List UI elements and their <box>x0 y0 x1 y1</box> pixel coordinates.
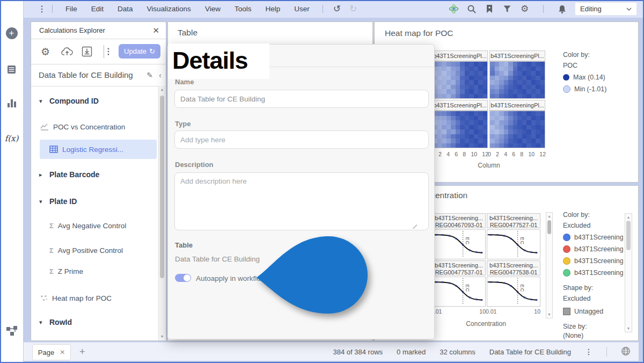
heatmap-cell[interactable] <box>513 67 518 71</box>
heatmap-cell[interactable] <box>508 94 513 99</box>
heatmap-cell[interactable] <box>536 76 540 81</box>
collapse-arrow-icon[interactable]: ▾ <box>39 319 45 326</box>
heatmap-cell[interactable] <box>456 76 460 81</box>
heatmap-cell[interactable] <box>536 120 540 125</box>
heatmap-cell[interactable] <box>469 62 474 67</box>
heatmap-cell[interactable] <box>522 80 527 85</box>
heatmap-cell[interactable] <box>474 62 479 67</box>
heatmap-cell[interactable] <box>478 67 483 71</box>
heatmap-cell[interactable] <box>442 120 447 125</box>
heatmap-cell[interactable] <box>460 134 465 139</box>
curve-plot[interactable]: EC <box>432 277 486 307</box>
heatmap-cell[interactable] <box>465 116 470 121</box>
heatmap-cell[interactable] <box>536 85 540 90</box>
scrollbar-thumb[interactable] <box>547 220 551 234</box>
heatmap-cell[interactable] <box>517 67 522 71</box>
heatmap-cell[interactable] <box>513 139 518 143</box>
heatmap-grid[interactable] <box>432 111 488 148</box>
heatmap-cell[interactable] <box>513 111 518 116</box>
heatmap-cell[interactable] <box>469 80 474 85</box>
heatmap-cell[interactable] <box>469 120 474 125</box>
heatmap-cell[interactable] <box>483 139 488 143</box>
heatmap-cell[interactable] <box>451 125 456 130</box>
heatmap-cell[interactable] <box>478 62 483 67</box>
heatmap-cell[interactable] <box>478 120 483 125</box>
heatmap-cell[interactable] <box>490 62 495 67</box>
heatmap-cell[interactable] <box>504 71 509 76</box>
heatmap-cell[interactable] <box>447 143 451 148</box>
heatmap-cell[interactable] <box>540 129 545 134</box>
heatmap-cell[interactable] <box>442 111 447 116</box>
heatmap-cell[interactable] <box>465 80 470 85</box>
heatmap-cell[interactable] <box>499 125 504 130</box>
heatmap-cell[interactable] <box>540 143 545 148</box>
heatmap-cell[interactable] <box>540 116 545 121</box>
heatmap-cell[interactable] <box>478 71 483 76</box>
add-page-icon[interactable]: + <box>79 343 85 361</box>
heatmap-cell[interactable] <box>508 116 513 121</box>
heatmap-cell[interactable] <box>451 139 456 143</box>
heatmap-cell[interactable] <box>526 143 531 148</box>
heatmap-cell[interactable] <box>508 111 513 116</box>
heatmap-cell[interactable] <box>460 76 465 81</box>
heatmap-cell[interactable] <box>540 85 545 90</box>
curves-legend-entry[interactable]: b43T1ScreeningPla <box>563 234 623 241</box>
visualizations-icon[interactable] <box>0 98 23 108</box>
curves-shape-entry[interactable]: Untagged <box>563 308 603 315</box>
heatmap-cell[interactable] <box>495 129 500 134</box>
heatmap-cell[interactable] <box>451 80 456 85</box>
heatmap-cell[interactable] <box>536 80 540 85</box>
heatmap-cell[interactable] <box>465 134 470 139</box>
heatmap-cell[interactable] <box>531 116 536 121</box>
heatmap-cell[interactable] <box>513 143 518 148</box>
name-input[interactable] <box>174 90 429 108</box>
heatmap-cell[interactable] <box>451 71 456 76</box>
heatmap-cell[interactable] <box>490 125 495 130</box>
page-tab[interactable]: Page ✕ <box>32 344 71 360</box>
heatmap-cell[interactable] <box>499 116 504 121</box>
heatmap-cell[interactable] <box>437 62 442 67</box>
heatmap-cell[interactable] <box>531 80 536 85</box>
heatmap-cell[interactable] <box>499 89 504 94</box>
heatmap-cell[interactable] <box>478 80 483 85</box>
heatmap-cell[interactable] <box>495 67 500 71</box>
heatmap-cell[interactable] <box>517 134 522 139</box>
heatmap-cell[interactable] <box>483 134 488 139</box>
heatmap-cell[interactable] <box>483 125 488 130</box>
heatmap-cell[interactable] <box>522 76 527 81</box>
heatmap-cell[interactable] <box>451 116 456 121</box>
heatmap-cell[interactable] <box>517 139 522 143</box>
heatmap-cell[interactable] <box>508 89 513 94</box>
heatmap-cell[interactable] <box>522 94 527 99</box>
heatmap-cell[interactable] <box>474 111 479 116</box>
heatmap-cell[interactable] <box>504 62 509 67</box>
heatmap-cell[interactable] <box>460 89 465 94</box>
heatmap-cell[interactable] <box>531 62 536 67</box>
heatmap-cell[interactable] <box>456 139 460 143</box>
heatmap-cell[interactable] <box>531 94 536 99</box>
heatmap-cell[interactable] <box>456 143 460 148</box>
heatmap-cell[interactable] <box>447 67 451 71</box>
heatmap-cell[interactable] <box>469 125 474 130</box>
curves-scrollbar[interactable]: ▲ ▼ <box>546 212 553 318</box>
settings-gear-icon[interactable]: ⚙ <box>519 4 530 14</box>
heatmap-cell[interactable] <box>513 129 518 134</box>
heatmap-cell[interactable] <box>451 120 456 125</box>
heatmap-cell[interactable] <box>442 71 447 76</box>
heatmap-cell[interactable] <box>483 71 488 76</box>
heatmap-cell[interactable] <box>513 134 518 139</box>
heatmap-cell[interactable] <box>447 139 451 143</box>
heatmap-cell[interactable] <box>465 125 470 130</box>
heatmap-cell[interactable] <box>478 143 483 148</box>
heatmap-cell[interactable] <box>517 143 522 148</box>
heatmap-cell[interactable] <box>490 67 495 71</box>
heatmap-cell[interactable] <box>483 120 488 125</box>
tree-scrollbar[interactable]: ▲ ▼ <box>158 86 165 340</box>
heatmap-cell[interactable] <box>460 67 465 71</box>
heatmap-cell[interactable] <box>451 111 456 116</box>
heatmap-cell[interactable] <box>504 125 509 130</box>
scroll-down-icon[interactable]: ▼ <box>159 335 165 338</box>
heatmap-cell[interactable] <box>504 139 509 143</box>
heatmap-cell[interactable] <box>483 67 488 71</box>
heatmap-cell[interactable] <box>517 129 522 134</box>
